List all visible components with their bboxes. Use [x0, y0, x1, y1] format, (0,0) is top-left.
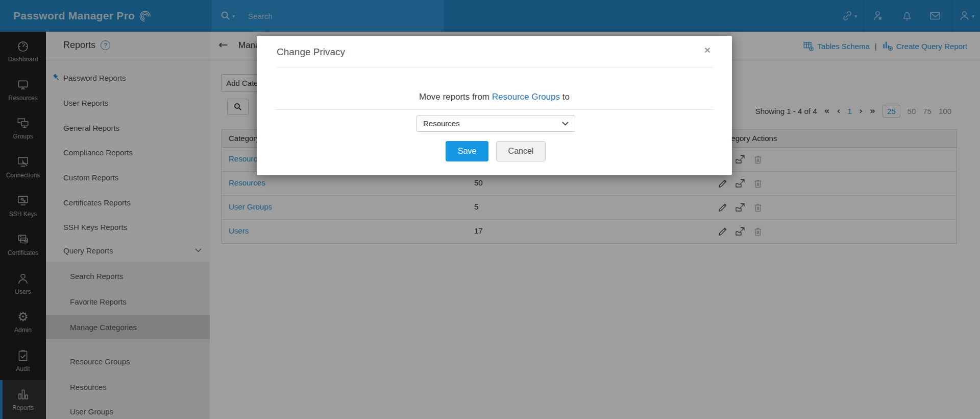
- select-chevron-down-icon: [562, 122, 569, 126]
- change-privacy-dialog: Change Privacy × Move reports from Resou…: [257, 36, 732, 175]
- save-button[interactable]: Save: [446, 141, 488, 161]
- target-category-select[interactable]: Resources: [416, 115, 575, 132]
- dialog-message: Move reports from Resource Groups to: [257, 92, 732, 102]
- dialog-message-prefix: Move reports from: [419, 92, 492, 102]
- dialog-title: Change Privacy: [277, 46, 345, 58]
- dialog-title-divider: [277, 67, 714, 67]
- dialog-content-divider: [275, 109, 714, 110]
- cancel-button[interactable]: Cancel: [496, 141, 546, 161]
- resource-groups-link[interactable]: Resource Groups: [492, 92, 560, 102]
- selected-option: Resources: [423, 119, 460, 128]
- dialog-message-suffix: to: [560, 92, 570, 102]
- close-icon[interactable]: ×: [704, 44, 710, 55]
